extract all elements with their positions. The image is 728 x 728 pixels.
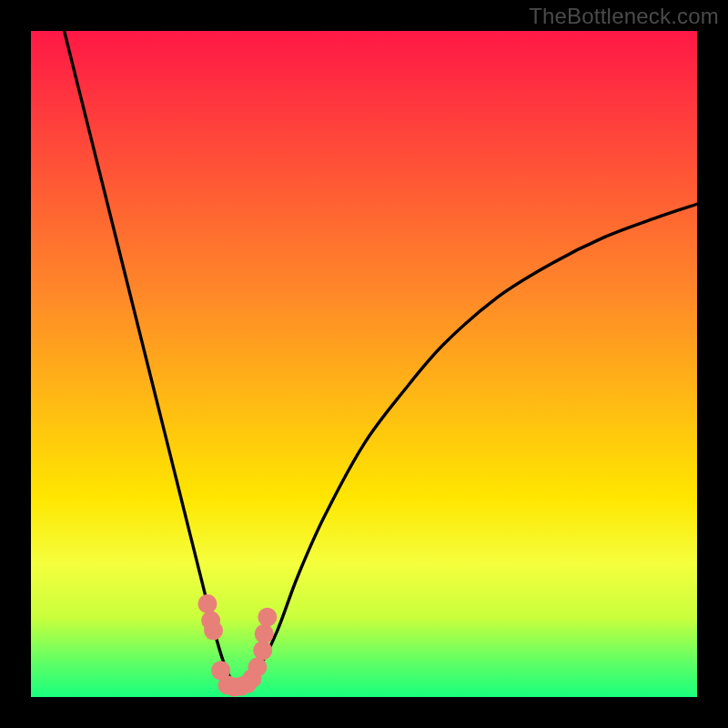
watermark-text: TheBottleneck.com [529,4,719,29]
data-point [197,594,217,613]
data-point [253,641,272,660]
data-point [248,658,267,677]
data-point [255,624,274,643]
bottleneck-chart [31,31,697,697]
data-point [204,621,223,640]
gradient-background [31,31,697,697]
data-point [258,608,277,627]
plot-area [31,31,697,697]
outer-frame: TheBottleneck.com [0,0,728,728]
